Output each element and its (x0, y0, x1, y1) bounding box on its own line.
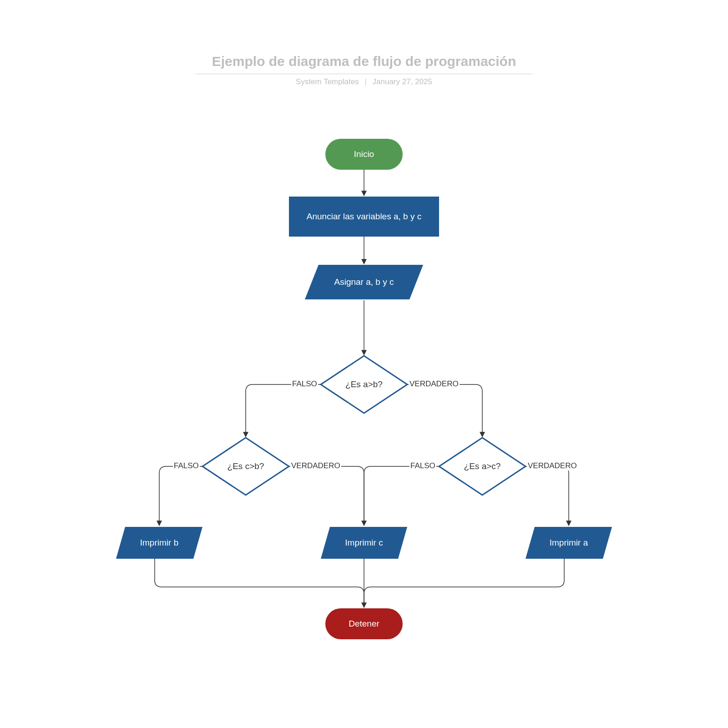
edge-ab-false: FALSO (291, 379, 318, 389)
edge-cb-false: FALSO (173, 461, 200, 470)
svg-marker-3 (321, 356, 407, 413)
stop-node: Detener (325, 608, 403, 639)
print-c-label: Imprimir c (345, 538, 383, 548)
edge-ac-true: VERDADERO (527, 461, 578, 470)
declare-node: Anunciar las variables a, b y c (289, 197, 439, 237)
print-a-label: Imprimir a (550, 538, 588, 548)
edge-ac-false: FALSO (410, 461, 436, 470)
declare-label: Anunciar las variables a, b y c (307, 212, 421, 222)
print-b-label: Imprimir b (140, 538, 178, 548)
assign-label: Asignar a, b y c (334, 277, 394, 287)
assign-node: Asignar a, b y c (305, 265, 423, 299)
print-a-node: Imprimir a (526, 527, 612, 559)
diagram-canvas: Ejemplo de diagrama de flujo de programa… (0, 0, 728, 728)
print-c-node: Imprimir c (321, 527, 407, 559)
stop-label: Detener (349, 619, 379, 629)
start-label: Inicio (354, 149, 374, 159)
edge-cb-true: VERDADERO (290, 461, 341, 470)
svg-marker-4 (202, 438, 289, 495)
svg-marker-5 (439, 438, 526, 495)
print-b-node: Imprimir b (116, 527, 202, 559)
edge-ab-true: VERDADERO (409, 379, 460, 389)
start-node: Inicio (325, 139, 403, 170)
